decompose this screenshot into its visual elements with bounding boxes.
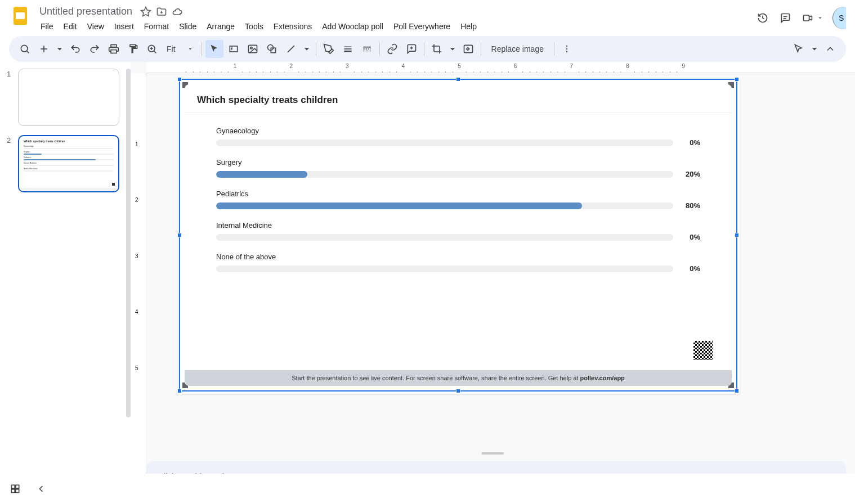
- crop-dropdown-icon[interactable]: [447, 40, 458, 58]
- line-icon[interactable]: [282, 40, 300, 58]
- thumb-qr: [112, 183, 115, 186]
- menu-wooclap[interactable]: Add Wooclap poll: [317, 20, 388, 33]
- menu-edit[interactable]: Edit: [59, 20, 82, 33]
- vertical-ruler[interactable]: 12345: [131, 73, 146, 500]
- horizontal-ruler[interactable]: 123456789: [146, 62, 855, 73]
- svg-rect-39: [11, 489, 15, 493]
- menu-file[interactable]: File: [36, 20, 58, 33]
- resize-handle-tr[interactable]: [735, 77, 739, 82]
- option-percent: 0%: [680, 138, 700, 147]
- selected-object[interactable]: Which specialty treats children Gynaecol…: [179, 79, 737, 392]
- slide-canvas[interactable]: Which specialty treats children Gynaecol…: [179, 79, 740, 394]
- slide-number: 2: [7, 135, 18, 145]
- option-label: Pediatrics: [216, 190, 700, 198]
- svg-line-8: [27, 51, 29, 53]
- svg-line-24: [288, 46, 294, 52]
- separator: [554, 42, 554, 56]
- canvas-area[interactable]: 123456789 12345: [131, 62, 855, 500]
- poll-content: Which specialty treats children Gynaecol…: [185, 84, 732, 386]
- svg-rect-38: [16, 485, 19, 488]
- history-icon[interactable]: [756, 11, 769, 25]
- reset-image-icon[interactable]: [459, 40, 477, 58]
- redo-icon[interactable]: [86, 40, 104, 58]
- replace-image-button[interactable]: Replace image: [485, 44, 550, 53]
- comments-icon[interactable]: [778, 11, 792, 25]
- poll-option: Internal Medicine 0%: [216, 221, 700, 241]
- shape-icon[interactable]: [263, 40, 281, 58]
- border-color-icon[interactable]: [320, 40, 338, 58]
- editing-mode-dropdown-icon[interactable]: [809, 40, 820, 58]
- svg-marker-3: [141, 7, 151, 16]
- resize-handle-bm[interactable]: [456, 389, 460, 393]
- crop-icon[interactable]: [428, 40, 446, 58]
- resize-handle-ml[interactable]: [177, 233, 182, 237]
- present-icon[interactable]: [801, 11, 814, 25]
- textbox-icon[interactable]: [225, 40, 243, 58]
- notes-splitter[interactable]: [312, 451, 674, 456]
- menu-help[interactable]: Help: [456, 20, 481, 33]
- option-label: Gynaecology: [216, 127, 700, 135]
- separator: [316, 42, 316, 56]
- editing-mode-icon[interactable]: [790, 40, 808, 58]
- option-percent: 20%: [680, 170, 700, 178]
- zoom-icon[interactable]: [143, 40, 161, 58]
- resize-handle-br[interactable]: [735, 389, 739, 393]
- search-menus-icon[interactable]: [16, 40, 34, 58]
- svg-point-36: [566, 51, 568, 53]
- menu-format[interactable]: Format: [140, 20, 173, 33]
- separator: [481, 42, 481, 56]
- collapse-toolbar-icon[interactable]: [821, 40, 839, 58]
- menu-tools[interactable]: Tools: [240, 20, 268, 33]
- new-slide-icon[interactable]: [35, 40, 53, 58]
- option-label: Surgery: [216, 158, 700, 166]
- filmstrip-scrollbar[interactable]: [126, 69, 131, 417]
- menu-arrange[interactable]: Arrange: [202, 20, 239, 33]
- add-comment-icon[interactable]: [402, 40, 420, 58]
- svg-point-35: [566, 48, 568, 50]
- move-to-folder-icon[interactable]: [156, 6, 167, 17]
- print-icon[interactable]: [105, 40, 123, 58]
- border-weight-icon[interactable]: [339, 40, 357, 58]
- more-options-icon[interactable]: [558, 40, 576, 58]
- new-slide-dropdown-icon[interactable]: [54, 40, 65, 58]
- resize-handle-tl[interactable]: [177, 77, 182, 82]
- border-dash-icon[interactable]: [358, 40, 376, 58]
- resize-handle-tm[interactable]: [456, 77, 460, 82]
- cloud-status-icon[interactable]: [172, 6, 183, 17]
- menu-extensions[interactable]: Extensions: [269, 20, 316, 33]
- menu-view[interactable]: View: [83, 20, 109, 33]
- undo-icon[interactable]: [66, 40, 84, 58]
- resize-handle-bl[interactable]: [177, 389, 182, 393]
- resize-handle-mr[interactable]: [735, 233, 739, 237]
- menu-slide[interactable]: Slide: [174, 20, 201, 33]
- menu-polleverywhere[interactable]: Poll Everywhere: [389, 20, 455, 33]
- image-icon[interactable]: [244, 40, 262, 58]
- zoom-select[interactable]: Fit: [162, 44, 198, 53]
- present-dropdown-icon[interactable]: [817, 11, 823, 25]
- slide-number: 1: [7, 69, 18, 78]
- menu-insert[interactable]: Insert: [110, 20, 138, 33]
- slides-logo[interactable]: [9, 4, 32, 27]
- svg-line-14: [154, 51, 156, 53]
- svg-point-7: [21, 45, 28, 52]
- separator: [379, 42, 380, 56]
- line-dropdown-icon[interactable]: [301, 40, 312, 58]
- filmstrip[interactable]: 1 2 Which specialty treats children Gyna…: [0, 62, 131, 500]
- insert-link-icon[interactable]: [383, 40, 401, 58]
- slide-thumbnail-2[interactable]: Which specialty treats children Gynaecol…: [18, 135, 119, 192]
- slide-thumbnail-1[interactable]: [18, 69, 119, 126]
- collapse-filmstrip-icon[interactable]: [35, 483, 47, 495]
- thumb-footer: [19, 188, 118, 191]
- svg-rect-40: [16, 489, 19, 493]
- star-icon[interactable]: [140, 6, 151, 17]
- poll-option: Surgery 20%: [216, 158, 700, 178]
- svg-rect-1: [16, 12, 25, 19]
- grid-view-icon[interactable]: [9, 483, 21, 495]
- select-tool-icon[interactable]: [205, 40, 223, 58]
- notes-grip-icon: [482, 452, 504, 454]
- paint-format-icon[interactable]: [124, 40, 142, 58]
- svg-rect-6: [804, 15, 809, 21]
- document-title[interactable]: Untitled presentation: [36, 4, 136, 19]
- share-button[interactable]: S: [832, 7, 846, 29]
- svg-rect-17: [230, 46, 237, 52]
